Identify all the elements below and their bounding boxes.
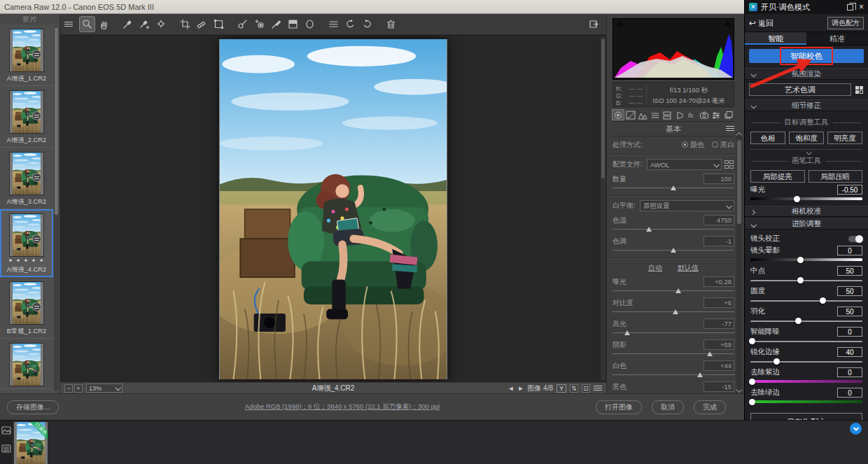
thumbnail[interactable] bbox=[9, 29, 44, 72]
before-after-toggle[interactable]: Y bbox=[556, 384, 566, 393]
feather-value[interactable]: 50 bbox=[837, 307, 862, 316]
tab-presets-icon[interactable] bbox=[710, 110, 722, 120]
tab-camera-calibration-icon[interactable] bbox=[699, 110, 710, 120]
sharpen-edges-value[interactable]: 40 bbox=[837, 347, 862, 357]
thumbnail[interactable] bbox=[9, 90, 44, 134]
recipe-button[interactable]: 调色配方 bbox=[827, 17, 864, 29]
tab-smart[interactable]: 智能 bbox=[745, 32, 806, 45]
midpoint-slider[interactable] bbox=[750, 276, 862, 284]
adjustment-brush-tool[interactable] bbox=[269, 17, 284, 31]
highlight-clipping-icon[interactable] bbox=[723, 20, 732, 27]
graded-thumbnail[interactable]: 已调色 bbox=[14, 422, 48, 464]
filmstrip-scrollbar[interactable] bbox=[54, 26, 59, 391]
tab-hsl-icon[interactable] bbox=[650, 110, 661, 120]
filmstrip-item[interactable]: B常规_1.CR2 bbox=[0, 277, 53, 339]
thumbnail[interactable] bbox=[9, 281, 44, 325]
tab-effects-icon[interactable]: fx bbox=[686, 110, 697, 120]
star-rating[interactable]: ★ ★ ★ ★ ★ bbox=[1, 258, 52, 263]
zoom-in-button[interactable]: + bbox=[74, 384, 83, 393]
hue-button[interactable]: 色相 bbox=[750, 132, 785, 144]
white-balance-tool[interactable] bbox=[120, 17, 135, 31]
photo-view-icon[interactable] bbox=[1, 426, 11, 435]
section-camera-calibration[interactable]: 相机校准 bbox=[745, 206, 868, 217]
filmstrip-item[interactable]: A增强_2.CR2 bbox=[0, 86, 53, 148]
brush-exposure-slider[interactable] bbox=[750, 195, 862, 203]
preview-photo[interactable] bbox=[219, 39, 447, 379]
roundness-value[interactable]: 50 bbox=[837, 286, 862, 296]
tint-value[interactable]: -1 bbox=[704, 236, 734, 246]
trash-tool[interactable] bbox=[384, 17, 398, 31]
tab-snapshots-icon[interactable] bbox=[723, 110, 734, 120]
shadow-clipping-icon[interactable] bbox=[615, 20, 624, 27]
cancel-button[interactable]: 取消 bbox=[652, 400, 684, 414]
temp-value[interactable]: 4750 bbox=[704, 215, 734, 225]
blacks-value[interactable]: -15 bbox=[704, 381, 734, 392]
thumbnail[interactable] bbox=[9, 343, 44, 386]
contrast-value[interactable]: +6 bbox=[704, 297, 734, 308]
tab-detail-icon[interactable] bbox=[637, 110, 648, 120]
straighten-tool[interactable] bbox=[195, 17, 209, 31]
white-balance-select[interactable]: 原照设置 bbox=[640, 200, 734, 211]
filmstrip-item[interactable]: A增强_3.CR2 bbox=[0, 148, 53, 209]
radio-bw[interactable] bbox=[712, 141, 718, 148]
shadows-value[interactable]: +59 bbox=[704, 339, 734, 350]
highlights-value[interactable]: -77 bbox=[704, 318, 734, 329]
defringe-green-slider[interactable] bbox=[750, 398, 862, 406]
art-tone-button[interactable]: 艺术色调 bbox=[749, 83, 851, 96]
section-detail-fix[interactable]: 细节修正 bbox=[745, 99, 868, 111]
lens-correction-toggle[interactable] bbox=[848, 236, 862, 242]
filmstrip-item-selected[interactable]: ★ ★ ★ ★ ★ A增强_4.CR2 bbox=[0, 209, 53, 277]
shadows-slider[interactable] bbox=[612, 351, 734, 357]
tint-slider[interactable] bbox=[612, 247, 734, 253]
vignette-value[interactable]: 0 bbox=[837, 246, 862, 255]
copy-settings-icon[interactable]: ⊡ bbox=[582, 384, 590, 393]
save-image-button[interactable]: 存储图像... bbox=[7, 400, 59, 414]
defringe-green-value[interactable]: 0 bbox=[837, 388, 862, 398]
zoom-out-button[interactable]: − bbox=[64, 384, 73, 393]
expand-fab-button[interactable] bbox=[850, 423, 862, 435]
midpoint-value[interactable]: 50 bbox=[837, 266, 862, 276]
filmstrip-item-partial[interactable] bbox=[0, 339, 53, 389]
spot-removal-tool[interactable] bbox=[235, 17, 250, 31]
exposure-value[interactable]: +0.28 bbox=[704, 276, 734, 287]
color-sampler-tool[interactable] bbox=[137, 17, 152, 31]
tab-basic-icon[interactable] bbox=[612, 110, 624, 120]
zoom-level-select[interactable]: 13% bbox=[86, 384, 122, 393]
hand-tool[interactable] bbox=[97, 17, 111, 31]
auto-link[interactable]: 自动 bbox=[648, 263, 662, 273]
targeted-adjustment-tool[interactable] bbox=[154, 17, 169, 31]
amount-value[interactable]: 100 bbox=[704, 174, 734, 184]
presets-list-icon[interactable] bbox=[326, 17, 341, 31]
whites-slider[interactable] bbox=[612, 372, 734, 378]
restore-window-icon[interactable] bbox=[847, 4, 853, 10]
amount-slider[interactable] bbox=[612, 185, 734, 191]
sharpen-edges-slider[interactable] bbox=[750, 358, 862, 365]
workflow-options-link[interactable]: Adobe RGB (1998)；8 位；3840 x 5760 (22.1 百… bbox=[245, 402, 440, 412]
luminance-button[interactable]: 明亮度 bbox=[827, 132, 862, 144]
contrast-slider[interactable] bbox=[612, 309, 734, 315]
tab-precise[interactable]: 精准 bbox=[806, 32, 868, 45]
profile-browser-icon[interactable] bbox=[724, 160, 734, 169]
panel-menu-icon[interactable] bbox=[726, 125, 734, 132]
crop-tool[interactable] bbox=[178, 17, 192, 31]
thumbnail[interactable] bbox=[9, 213, 44, 257]
feather-slider[interactable] bbox=[750, 317, 862, 325]
panel-scrollbar[interactable] bbox=[736, 132, 742, 393]
defringe-purple-slider[interactable] bbox=[750, 378, 862, 386]
prev-image-button[interactable]: ◄ bbox=[507, 385, 514, 392]
brush-exposure-value[interactable]: -0.50 bbox=[837, 185, 862, 195]
denoise-value[interactable]: 0 bbox=[837, 327, 862, 337]
list-view-icon[interactable] bbox=[1, 444, 11, 453]
local-darken-button[interactable]: 局部压暗 bbox=[808, 170, 863, 183]
graduated-filter-tool[interactable] bbox=[286, 17, 300, 31]
filmstrip-item[interactable]: A增强_1.CR2 bbox=[0, 24, 53, 86]
local-brighten-button[interactable]: 局部提亮 bbox=[750, 170, 805, 183]
rotate-right-tool[interactable] bbox=[360, 17, 374, 31]
toggle-fullscreen-icon[interactable] bbox=[586, 17, 601, 31]
red-eye-tool[interactable] bbox=[252, 17, 267, 31]
roundness-slider[interactable] bbox=[750, 297, 862, 304]
tab-split-toning-icon[interactable] bbox=[662, 110, 673, 120]
canvas-scrollbar[interactable] bbox=[601, 36, 606, 381]
swap-settings-icon[interactable]: ⇅ bbox=[570, 384, 578, 393]
denoise-slider[interactable] bbox=[750, 337, 862, 345]
